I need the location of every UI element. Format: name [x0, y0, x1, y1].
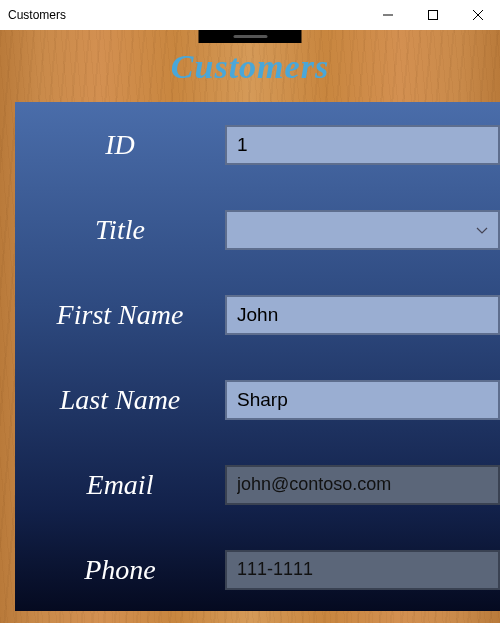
- row-email: Email: [15, 442, 500, 527]
- row-id: ID: [15, 102, 500, 187]
- row-phone: Phone: [15, 527, 500, 612]
- title-select[interactable]: [225, 210, 500, 250]
- row-title: Title: [15, 187, 500, 272]
- label-id: ID: [15, 129, 225, 161]
- row-first-name: First Name: [15, 272, 500, 357]
- maximize-icon: [428, 10, 438, 20]
- window-titlebar: Customers: [0, 0, 500, 30]
- chevron-down-icon: [476, 221, 488, 239]
- minimize-button[interactable]: [365, 0, 410, 30]
- last-name-field[interactable]: [225, 380, 500, 420]
- phone-field[interactable]: [225, 550, 500, 590]
- label-first-name: First Name: [15, 299, 225, 331]
- maximize-button[interactable]: [410, 0, 455, 30]
- close-icon: [473, 10, 483, 20]
- svg-rect-1: [428, 11, 437, 20]
- client-area: Customers ID Title First Name: [0, 30, 500, 623]
- minimize-icon: [383, 10, 393, 20]
- label-last-name: Last Name: [15, 384, 225, 416]
- top-handle[interactable]: [199, 30, 302, 43]
- label-phone: Phone: [15, 554, 225, 586]
- email-field[interactable]: [225, 465, 500, 505]
- drag-handle-icon: [233, 35, 267, 38]
- row-last-name: Last Name: [15, 357, 500, 442]
- id-field[interactable]: [225, 125, 500, 165]
- first-name-field[interactable]: [225, 295, 500, 335]
- label-email: Email: [15, 469, 225, 501]
- customers-form: ID Title First Name Last: [15, 102, 500, 611]
- label-title: Title: [15, 214, 225, 246]
- window-title: Customers: [0, 8, 66, 22]
- close-button[interactable]: [455, 0, 500, 30]
- window-controls: [365, 0, 500, 30]
